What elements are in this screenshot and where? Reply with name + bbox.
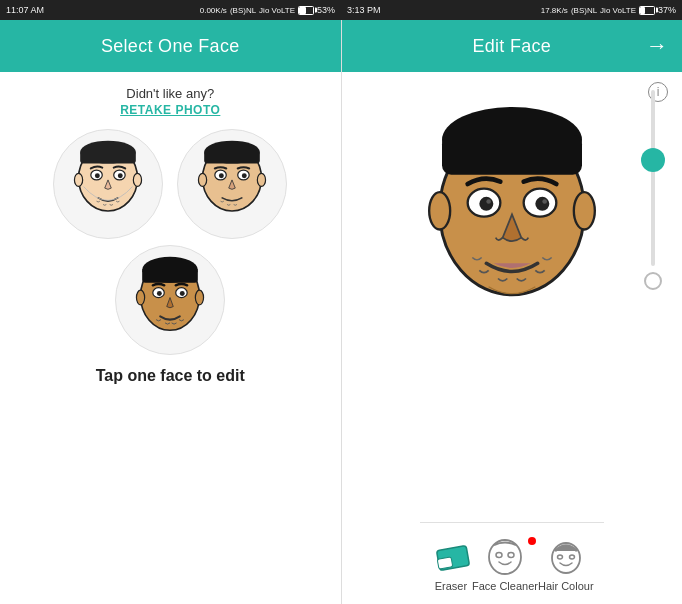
hair-colour-svg (545, 535, 587, 577)
tap-instruction: Tap one face to edit (96, 367, 245, 385)
svg-point-5 (95, 173, 100, 178)
svg-rect-29 (442, 135, 582, 175)
svg-point-14 (219, 173, 224, 178)
bottom-toolbar: Eraser Face Cleaner (420, 522, 604, 604)
svg-rect-2 (80, 150, 136, 163)
eraser-label: Eraser (435, 580, 467, 592)
eraser-svg (430, 538, 472, 574)
svg-point-23 (157, 291, 162, 296)
face-2-svg (187, 139, 277, 229)
face-option-3[interactable] (115, 245, 225, 355)
face-cleaner-label: Face Cleaner (472, 580, 538, 592)
svg-point-35 (535, 197, 549, 211)
slider-container (644, 90, 662, 290)
svg-point-41 (496, 553, 502, 558)
retake-link[interactable]: RETAKE PHOTO (120, 103, 220, 117)
face-cleaner-tool[interactable]: Face Cleaner (472, 535, 538, 592)
right-body: i (342, 72, 683, 604)
didnt-like-section: Didn't like any? RETAKE PHOTO (120, 86, 220, 117)
hair-colour-icon (545, 535, 587, 577)
slider-thumb[interactable] (641, 148, 665, 172)
right-network: 17.8K/s (541, 6, 568, 15)
left-carrier: (BS)NL (230, 6, 256, 15)
left-body: Didn't like any? RETAKE PHOTO (0, 72, 341, 604)
right-panel: Edit Face → i (342, 20, 683, 604)
face-option-2[interactable] (177, 129, 287, 239)
left-battery-pct: 53% (317, 5, 335, 15)
right-carrier: (BS)NL (571, 6, 597, 15)
forward-arrow-icon[interactable]: → (646, 33, 668, 59)
main-face-area (342, 80, 683, 522)
svg-point-7 (75, 173, 83, 186)
slider-bottom-indicator (644, 272, 662, 290)
svg-rect-11 (204, 150, 260, 163)
svg-point-26 (196, 290, 204, 305)
svg-point-37 (542, 199, 547, 204)
svg-point-30 (429, 192, 450, 229)
face-cleaner-badge (528, 537, 536, 545)
face-row-bottom (115, 245, 225, 355)
right-battery-pct: 37% (658, 5, 676, 15)
left-network: 0.00K/s (200, 6, 227, 15)
svg-point-8 (134, 173, 142, 186)
right-panel-title: Edit Face (472, 36, 551, 57)
eraser-tool[interactable]: Eraser (430, 535, 472, 592)
face-grid (10, 129, 331, 355)
svg-point-25 (137, 290, 145, 305)
face-cleaner-svg (484, 535, 526, 577)
svg-point-15 (242, 173, 247, 178)
hair-colour-label: Hair Colour (538, 580, 594, 592)
left-panel-title: Select One Face (101, 36, 240, 57)
svg-point-6 (118, 173, 123, 178)
left-status-bar: 11:07 AM 0.00K/s (BS)NL Jio VoLTE 53% (0, 0, 341, 20)
svg-point-40 (489, 540, 521, 574)
hair-colour-tool[interactable]: Hair Colour (538, 535, 594, 592)
left-panel: Select One Face Didn't like any? RETAKE … (0, 20, 342, 604)
svg-point-16 (199, 173, 207, 186)
left-battery-icon (298, 6, 314, 15)
face-1-svg (63, 139, 153, 229)
svg-point-17 (258, 173, 266, 186)
left-carrier2: Jio VoLTE (259, 6, 295, 15)
left-header: Select One Face (0, 20, 341, 72)
main-face-svg (412, 100, 612, 310)
didnt-like-text: Didn't like any? (120, 86, 220, 101)
svg-point-31 (574, 192, 595, 229)
slider-track[interactable] (651, 90, 655, 266)
svg-rect-20 (142, 268, 198, 283)
svg-point-24 (180, 291, 185, 296)
svg-rect-39 (437, 557, 453, 569)
svg-point-42 (508, 553, 514, 558)
svg-point-34 (479, 197, 493, 211)
face-row-top (53, 129, 287, 239)
left-time: 11:07 AM (6, 5, 44, 15)
right-time: 3:13 PM (347, 5, 381, 15)
svg-point-36 (486, 199, 491, 204)
right-battery-icon (639, 6, 655, 15)
face-3-svg (125, 255, 215, 345)
svg-point-44 (557, 555, 562, 559)
eraser-icon (430, 535, 472, 577)
face-option-1[interactable] (53, 129, 163, 239)
face-cleaner-icon (484, 535, 526, 577)
right-carrier2: Jio VoLTE (600, 6, 636, 15)
svg-point-45 (569, 555, 574, 559)
right-battery-fill (640, 7, 645, 14)
right-status-bar: 3:13 PM 17.8K/s (BS)NL Jio VoLTE 37% (341, 0, 682, 20)
left-battery-fill (299, 7, 306, 14)
right-header: Edit Face → (342, 20, 683, 72)
